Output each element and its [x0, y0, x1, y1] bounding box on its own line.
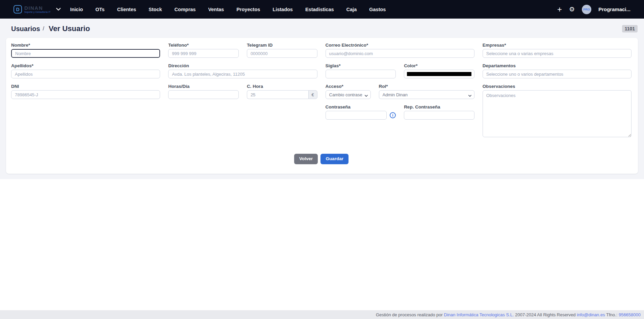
telegram-label: Telegram ID — [247, 43, 317, 47]
main-menu: Inicio OTs Clientes Stock Compras Ventas… — [70, 7, 386, 12]
siglas-label: Siglas* — [326, 64, 396, 68]
footer-company-link[interactable]: Dinan Informática Tecnologicas S.L. — [444, 312, 514, 317]
nav-item-caja[interactable]: Caja — [346, 7, 357, 12]
chevron-down-icon — [468, 93, 472, 99]
nav-item-ventas[interactable]: Ventas — [208, 7, 224, 12]
observaciones-label: Observaciones — [483, 84, 632, 89]
telefono-input[interactable] — [168, 49, 239, 58]
empresas-multiselect[interactable] — [483, 49, 632, 58]
correo-field-group: Correo Electrónico* — [326, 43, 474, 58]
rol-selected-value: Admin Dinan — [383, 92, 408, 97]
nav-item-proyectos[interactable]: Proyectos — [236, 7, 260, 12]
dni-field-group: DNI — [11, 84, 160, 99]
user-id-badge: 1101 — [622, 25, 638, 32]
euro-addon: € — [308, 90, 317, 99]
color-picker-input[interactable] — [404, 70, 474, 78]
empresas-label: Empresas* — [483, 43, 632, 47]
direccion-field-group: Dirección — [168, 64, 317, 78]
departamentos-field-group: Departamentos — [483, 64, 632, 78]
footer-tfno-label: Tfno.: — [605, 312, 618, 317]
rol-select[interactable]: Admin Dinan — [379, 90, 474, 99]
acceso-selected-value: Cambio contraseña — [329, 92, 362, 97]
telefono-field-group: Teléfono* — [168, 43, 239, 58]
footer-email-link[interactable]: info@dinan.es — [577, 312, 605, 317]
volver-button[interactable]: Volver — [294, 154, 318, 164]
rep-contrasena-input[interactable] — [404, 111, 474, 120]
c-hora-input[interactable] — [247, 90, 308, 99]
footer-text-prefix: Gestión de procesos realizado por — [376, 312, 444, 317]
departamentos-multiselect[interactable] — [483, 70, 632, 78]
brand-d-icon: D — [14, 5, 22, 14]
nav-item-gastos[interactable]: Gastos — [369, 7, 386, 12]
nav-item-listados[interactable]: Listados — [273, 7, 293, 12]
brand-tagline: Soporte y Consultoría IT — [24, 11, 51, 14]
empresas-field-group: Empresas* — [483, 43, 632, 58]
page-title: Ver Usuario — [49, 24, 90, 33]
brand-logo[interactable]: D DINAN Soporte y Consultoría IT — [14, 5, 51, 14]
nav-item-ots[interactable]: OTs — [96, 7, 105, 12]
top-navbar: D DINAN Soporte y Consultoría IT Inicio … — [0, 0, 644, 19]
gear-icon[interactable]: ⚙ — [569, 6, 575, 13]
departamentos-label: Departamentos — [483, 64, 632, 68]
rep-contrasena-label: Rep. Contraseña — [404, 105, 474, 109]
brand-name: DINAN — [24, 5, 51, 10]
c-hora-label: C. Hora — [247, 84, 317, 89]
contrasena-field-group: Contraseña i — [326, 105, 396, 120]
user-menu[interactable]: Programaci... — [598, 6, 630, 12]
acceso-label: Acceso* — [326, 84, 371, 89]
direccion-input[interactable] — [168, 70, 317, 78]
rol-label: Rol* — [379, 84, 474, 89]
correo-input[interactable] — [326, 49, 474, 58]
contrasena-input[interactable] — [326, 111, 387, 120]
acceso-field-group: Acceso* Cambio contraseña — [326, 84, 371, 99]
telegram-field-group: Telegram ID — [247, 43, 317, 58]
rol-field-group: Rol* Admin Dinan — [379, 84, 474, 99]
siglas-field-group: Siglas* — [326, 64, 396, 78]
dni-label: DNI — [11, 84, 160, 89]
plus-icon[interactable]: + — [557, 5, 562, 14]
color-swatch — [407, 72, 471, 76]
breadcrumb-usuarios-link[interactable]: Usuarios — [11, 25, 40, 33]
contrasena-label: Contraseña — [326, 105, 396, 109]
dni-input[interactable] — [11, 90, 160, 99]
color-label: Color* — [404, 64, 474, 68]
guardar-button[interactable]: Guardar — [320, 154, 349, 164]
telegram-input[interactable] — [247, 49, 317, 58]
apellidos-input[interactable] — [11, 70, 160, 78]
chevron-down-icon[interactable] — [56, 8, 61, 11]
breadcrumb: Usuarios / Ver Usuario 1101 — [0, 19, 644, 33]
page-content: Usuarios / Ver Usuario 1101 Nombre* Apel… — [0, 19, 644, 179]
siglas-input[interactable] — [326, 70, 396, 78]
horas-dia-field-group: Horas/Día — [168, 84, 239, 99]
horas-dia-label: Horas/Día — [168, 84, 239, 89]
rep-contrasena-field-group: Rep. Contraseña — [404, 105, 474, 120]
horas-dia-input[interactable] — [168, 90, 239, 99]
apellidos-label: Apellidos* — [11, 64, 160, 68]
avatar[interactable]: PRO — [582, 5, 591, 14]
nav-item-inicio[interactable]: Inicio — [70, 7, 83, 12]
user-form-card: Nombre* Apellidos* DNI Teléfono* — [6, 38, 638, 174]
footer-rights-text: 2007-2024 All Rights Reserved — [514, 312, 577, 317]
nombre-label: Nombre* — [11, 43, 160, 47]
nav-item-clientes[interactable]: Clientes — [117, 7, 136, 12]
nombre-input[interactable] — [11, 49, 160, 58]
color-field-group: Color* — [404, 64, 474, 78]
breadcrumb-separator: / — [43, 26, 44, 32]
apellidos-field-group: Apellidos* — [11, 64, 160, 78]
footer: Gestión de procesos realizado por Dinan … — [0, 310, 644, 319]
c-hora-field-group: C. Hora € — [247, 84, 317, 99]
observaciones-field-group: Observaciones — [483, 84, 632, 139]
footer-phone-link[interactable]: 956658000 — [619, 312, 641, 317]
acceso-select[interactable]: Cambio contraseña — [326, 90, 371, 99]
chevron-down-icon — [364, 93, 368, 99]
info-icon[interactable]: i — [390, 112, 396, 118]
direccion-label: Dirección — [168, 64, 317, 68]
nombre-field-group: Nombre* — [11, 43, 160, 58]
telefono-label: Teléfono* — [168, 43, 239, 47]
observaciones-textarea[interactable] — [483, 90, 632, 137]
nav-item-compras[interactable]: Compras — [175, 7, 196, 12]
correo-label: Correo Electrónico* — [326, 43, 474, 47]
nav-item-stock[interactable]: Stock — [149, 7, 162, 12]
nav-item-estadisticas[interactable]: Estadisticas — [305, 7, 334, 12]
